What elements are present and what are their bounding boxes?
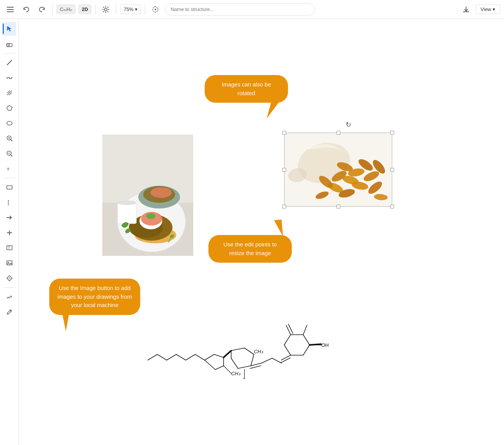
handle-mid-right[interactable] <box>390 168 394 172</box>
svg-rect-25 <box>7 186 12 189</box>
svg-line-103 <box>288 324 293 334</box>
redo-button[interactable] <box>36 3 49 16</box>
svg-line-79 <box>205 360 215 370</box>
eraser-tool[interactable] <box>3 37 16 51</box>
svg-rect-0 <box>7 7 14 8</box>
svg-point-33 <box>8 262 9 263</box>
plus-tool[interactable] <box>3 226 16 240</box>
undo-button[interactable] <box>20 3 33 16</box>
svg-line-72 <box>176 354 186 360</box>
svg-rect-2 <box>7 11 14 12</box>
formula-button[interactable]: CₘHₙ <box>56 5 75 14</box>
toolbar: CₘHₙ 2D 75% ▾ View ▾ <box>0 0 504 19</box>
svg-line-11 <box>7 60 12 65</box>
handle-top-right[interactable] <box>390 131 394 135</box>
line-tool[interactable] <box>3 56 16 69</box>
handle-bottom-right[interactable] <box>390 205 394 208</box>
reaction-button[interactable] <box>149 3 162 16</box>
ellipse-tool[interactable] <box>3 116 16 130</box>
svg-rect-1 <box>7 9 14 10</box>
svg-line-70 <box>157 354 167 360</box>
svg-rect-46 <box>117 203 136 224</box>
svg-line-97 <box>303 345 310 355</box>
svg-line-73 <box>186 354 195 360</box>
settings-button[interactable] <box>99 3 112 16</box>
svg-line-86 <box>238 366 251 368</box>
handle-top-mid[interactable] <box>337 131 340 135</box>
svg-line-36 <box>10 310 11 312</box>
separator-2 <box>95 4 95 15</box>
signature-tool[interactable] <box>3 290 16 304</box>
zoom-arrow-icon: ▾ <box>135 6 138 12</box>
selection-border <box>284 133 392 207</box>
svg-rect-9 <box>7 44 9 47</box>
svg-text:OH: OH <box>321 342 329 348</box>
hatch-tool[interactable] <box>3 86 16 100</box>
image-tool[interactable] <box>3 256 16 270</box>
svg-line-80 <box>224 351 231 357</box>
chemical-structure: .chem { stroke: #111; stroke-width: 1.6;… <box>144 296 341 402</box>
text-box-tool[interactable]: T <box>3 241 16 255</box>
separator-1 <box>52 4 53 15</box>
svg-point-3 <box>105 8 107 11</box>
svg-line-100 <box>284 335 291 345</box>
canvas[interactable]: Images can also be rotated ↻ <box>19 19 504 445</box>
view-arrow-icon: ▾ <box>493 6 495 12</box>
zoom-in-tool[interactable] <box>3 132 16 145</box>
svg-line-101 <box>284 345 291 355</box>
rotate-callout: Images can also be rotated <box>205 75 288 103</box>
clean-tool[interactable] <box>3 271 16 285</box>
view-button[interactable]: View ▾ <box>476 5 500 14</box>
left-sidebar: ± [ ] T <box>0 19 19 445</box>
svg-line-85 <box>251 354 254 366</box>
rotate-callout-text: Images can also be rotated <box>222 81 271 96</box>
menu-button[interactable] <box>4 3 17 16</box>
freehand-tool[interactable] <box>3 71 16 85</box>
svg-line-76 <box>214 354 224 357</box>
name-to-structure-input[interactable] <box>165 3 315 16</box>
view-label: View <box>481 6 491 12</box>
svg-line-75 <box>205 354 214 360</box>
zoom-control[interactable]: 75% ▾ <box>120 5 141 14</box>
download-button[interactable] <box>460 3 473 16</box>
svg-rect-32 <box>7 261 12 265</box>
resize-callout: Use the edit points to resize the image <box>208 235 292 263</box>
separator-4 <box>145 4 145 15</box>
rotate-handle-icon[interactable]: ↻ <box>346 121 351 129</box>
bracket-tool[interactable]: [ ] <box>3 196 16 209</box>
handle-bottom-mid[interactable] <box>337 205 340 208</box>
svg-line-69 <box>148 354 157 360</box>
svg-point-5 <box>155 9 156 10</box>
handle-mid-left[interactable] <box>282 168 286 172</box>
svg-line-84 <box>244 348 254 354</box>
food-image <box>102 135 193 256</box>
svg-line-92 <box>261 358 272 363</box>
handle-top-left[interactable] <box>282 131 286 135</box>
svg-line-91 <box>250 366 261 368</box>
svg-line-23 <box>11 155 12 156</box>
sidebar-sep-2 <box>4 178 15 178</box>
separator-3 <box>116 4 116 15</box>
svg-point-16 <box>7 121 12 125</box>
svg-line-71 <box>167 354 176 360</box>
svg-point-45 <box>146 213 155 219</box>
2d-button[interactable]: 2D <box>78 5 92 14</box>
svg-text:T: T <box>8 246 10 250</box>
main-area: ± [ ] T <box>0 19 504 445</box>
svg-line-107 <box>303 325 307 335</box>
sidebar-sep-1 <box>4 53 15 53</box>
arrow-tool[interactable] <box>3 211 16 224</box>
rectangle-tool[interactable] <box>3 180 16 194</box>
charge-tool[interactable]: ± <box>3 162 16 175</box>
select-tool[interactable] <box>3 22 16 36</box>
zoom-value: 75% <box>124 6 133 12</box>
svg-marker-15 <box>7 105 12 110</box>
pills-image-selection[interactable] <box>284 133 392 207</box>
svg-line-106 <box>310 344 321 345</box>
pen-tool[interactable] <box>3 305 16 319</box>
handle-bottom-left[interactable] <box>282 205 286 208</box>
polygon-tool[interactable] <box>3 101 16 115</box>
zoom-out-tool[interactable] <box>3 147 16 160</box>
svg-point-50 <box>150 187 172 198</box>
image-btn-callout-text: Use the Image button to add images to yo… <box>58 285 132 308</box>
